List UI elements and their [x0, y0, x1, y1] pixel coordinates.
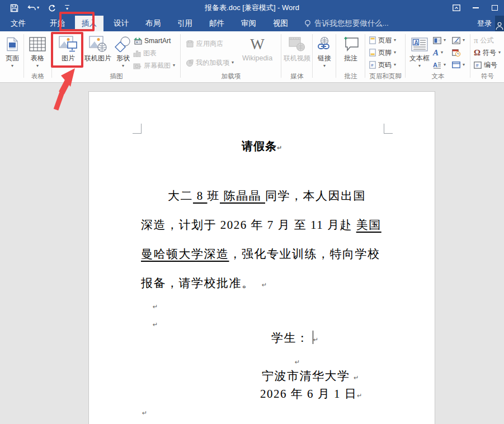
comment-button[interactable]: 批注 [341, 35, 361, 62]
tab-design[interactable]: 设计 [107, 16, 135, 31]
number-button[interactable]: # 编号 [474, 59, 497, 70]
tab-home[interactable]: 开始 [43, 16, 72, 31]
smartart-label: SmartArt [144, 37, 171, 45]
undo-dropdown-caret[interactable]: ▾ [37, 6, 39, 10]
paragraph-mark: ↵ [354, 374, 359, 381]
store-button[interactable]: 应用商店 [186, 38, 223, 49]
table-button[interactable]: 表格 ▾ [27, 35, 48, 68]
my-addins-icon [186, 59, 194, 67]
signature-line-caret: ▾ [463, 38, 465, 43]
drop-cap-caret: ▾ [444, 63, 446, 67]
shapes-icon [115, 35, 131, 54]
symbol-caret: ▾ [498, 50, 501, 55]
link-caret: ▾ [323, 64, 326, 68]
chart-button[interactable]: 图表 [133, 48, 157, 59]
minimize-button[interactable] [466, 0, 485, 16]
quick-parts-button[interactable]: ▾ [433, 35, 446, 46]
equation-label: 公式 [481, 36, 494, 45]
wikipedia-button[interactable]: W Wikipedia [237, 35, 277, 62]
number-label: 编号 [484, 60, 497, 70]
my-addins-label: 我的加载项 [196, 58, 229, 68]
tab-review[interactable]: 审阅 [234, 16, 263, 31]
online-pictures-button[interactable]: 联机图片 [84, 35, 112, 62]
online-video-button[interactable]: 联机视频 [284, 35, 310, 62]
page-number-caret: ▾ [394, 63, 396, 67]
tab-file[interactable]: 文件 [3, 16, 34, 31]
customize-quick-access-button[interactable]: ▾ [62, 1, 73, 15]
date-time-icon [452, 49, 460, 56]
body-line-4: 报备，请学校批准。 ↵ [141, 275, 267, 291]
shapes-caret: ▾ [122, 64, 124, 68]
online-pictures-icon [89, 35, 107, 54]
smartart-button[interactable]: SmartArt [133, 35, 171, 46]
online-pictures-label: 联机图片 [84, 55, 111, 62]
group-label-text: 文本 [406, 72, 470, 81]
paragraph-mark: ↵ [277, 144, 282, 152]
textbox-label: 文本框 [409, 55, 430, 62]
page-number-button[interactable]: # 页码 ▾ [369, 59, 396, 70]
header-icon [369, 36, 376, 44]
drop-cap-button[interactable]: A ▾ [433, 59, 446, 70]
document-canvas[interactable]: 请假条↵ 大二 8 班 陈晶晶 同学，本人因出国 深造，计划于 2026 年 7… [0, 83, 504, 424]
online-video-label: 联机视频 [284, 55, 310, 62]
body-text: 班 [208, 189, 220, 202]
group-label-header-footer: 页眉和页脚 [366, 72, 405, 81]
textbox-icon: A [411, 35, 428, 54]
group-pages: 页面 ▾ [1, 31, 23, 82]
picture-label: 图片 [62, 55, 75, 62]
signature-line-button[interactable]: ▾ [452, 35, 465, 46]
maximize-button[interactable] [485, 0, 504, 16]
footer-button[interactable]: 页脚 ▾ [369, 47, 396, 58]
lightbulb-icon [304, 20, 311, 28]
margin-crop-mark-right [384, 124, 393, 134]
object-button[interactable]: ▾ [452, 59, 465, 70]
my-addins-caret: ▾ [232, 60, 234, 65]
sign-in-button[interactable]: 登录 [477, 16, 492, 31]
group-table: 表格 ▾ 表格 [25, 31, 51, 82]
customize-quick-access-icon: ▾ [65, 5, 69, 11]
tab-view[interactable]: 视图 [266, 16, 295, 31]
tell-me-box[interactable]: 告诉我您想要做什么... [304, 16, 389, 31]
share-person-icon[interactable] [495, 16, 504, 31]
shapes-button[interactable]: 形状 ▾ [113, 35, 133, 68]
redo-button[interactable] [45, 1, 59, 15]
textbox-button[interactable]: A 文本框 ▾ [407, 35, 432, 68]
store-label: 应用商店 [196, 39, 223, 49]
screenshot-icon [133, 62, 142, 69]
document-page[interactable]: 请假条↵ 大二 8 班 陈晶晶 同学，本人因出国 深造，计划于 2026 年 7… [88, 91, 435, 424]
wikipedia-icon: W [250, 35, 264, 54]
symbol-button[interactable]: Ω 符号 ▾ [474, 47, 501, 58]
wikipedia-label: Wikipedia [242, 55, 272, 62]
student-label: 学生： [271, 331, 309, 345]
tab-insert[interactable]: 插入 [75, 16, 103, 31]
ribbon: 页面 ▾ 表格 ▾ 表格 图片 联机图片 [0, 31, 504, 83]
svg-text:A: A [414, 39, 418, 45]
redo-icon [48, 4, 56, 12]
header-button[interactable]: 页眉 ▾ [369, 35, 396, 46]
undo-button[interactable]: ▾ [24, 1, 43, 15]
pages-button[interactable]: 页面 ▾ [3, 35, 22, 68]
tab-layout[interactable]: 布局 [139, 16, 167, 31]
body-text: 报备，请学校批准。 [141, 276, 255, 290]
group-links: 链接 ▾ [313, 31, 336, 82]
ribbon-display-options-button[interactable] [447, 0, 466, 16]
screenshot-caret: ▾ [173, 63, 175, 68]
link-button[interactable]: 链接 ▾ [314, 35, 335, 68]
tab-mailings[interactable]: 邮件 [202, 16, 231, 31]
empty-paragraph-mark: ↵ [153, 303, 158, 310]
screenshot-button[interactable]: 屏幕截图 ▾ [133, 60, 175, 71]
picture-button[interactable]: 图片 [55, 35, 82, 62]
margin-crop-mark-left [133, 124, 142, 134]
page-number-icon: # [369, 61, 376, 69]
wordart-button[interactable]: A ▾ [433, 47, 443, 58]
ribbon-tab-row: 文件 开始 插入 设计 布局 引用 邮件 审阅 视图 告诉我您想要做什么... … [0, 16, 504, 31]
tab-references[interactable]: 引用 [171, 16, 199, 31]
date-time-button[interactable] [452, 47, 460, 58]
table-icon [29, 35, 46, 54]
comment-label: 批注 [344, 55, 357, 62]
my-addins-button[interactable]: 我的加载项 ▾ [186, 57, 234, 68]
symbol-icon: Ω [474, 48, 481, 58]
screenshot-label: 屏幕截图 [144, 61, 171, 70]
equation-button[interactable]: π 公式 [474, 35, 494, 46]
save-button[interactable] [7, 1, 22, 15]
